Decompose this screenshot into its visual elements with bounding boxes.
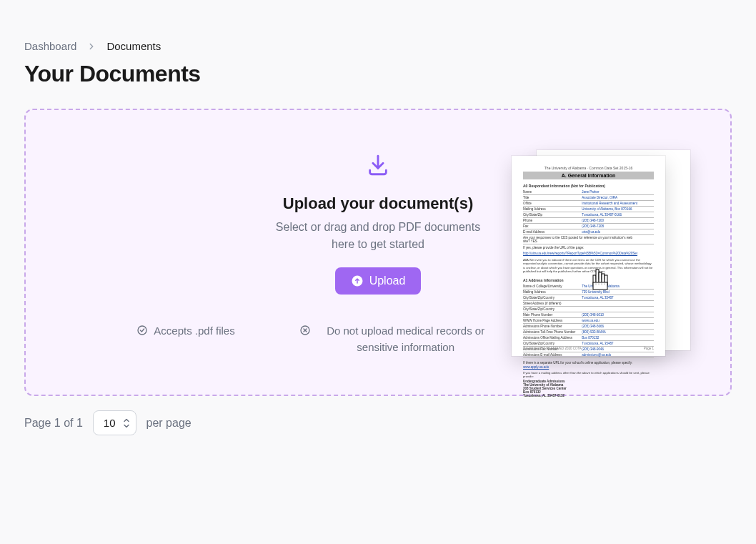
check-circle-icon xyxy=(136,325,148,341)
breadcrumb: Dashboard Documents xyxy=(24,40,732,52)
chevron-right-icon xyxy=(86,41,96,51)
upload-subtitle: Select or drag and drop PDF documents he… xyxy=(276,219,480,253)
upload-button[interactable]: Upload xyxy=(335,267,422,295)
doc-page-front: The University of Alabama · Common Data … xyxy=(512,156,665,356)
upload-circle-icon xyxy=(351,275,364,287)
pagination-text: Page 1 of 1 xyxy=(24,417,83,430)
upload-dropzone[interactable]: Upload your document(s) Select or drag a… xyxy=(24,109,732,396)
per-page-label: per page xyxy=(146,417,192,430)
page-title: Your Documents xyxy=(24,61,732,87)
per-page-select[interactable]: 10 xyxy=(93,410,136,435)
pagination: Page 1 of 1 10 per page xyxy=(24,410,732,435)
info-warning: Do not upload medical records or sensiti… xyxy=(299,323,495,355)
x-circle-icon xyxy=(299,325,311,341)
svg-point-1 xyxy=(138,326,146,335)
upload-button-label: Upload xyxy=(369,275,406,287)
select-arrows-icon xyxy=(123,418,130,427)
dragged-document-preview: The University of Alabama · Common Data … xyxy=(512,150,690,354)
breadcrumb-documents: Documents xyxy=(106,40,161,52)
upload-heading: Upload your document(s) xyxy=(283,194,473,213)
breadcrumb-dashboard-link[interactable]: Dashboard xyxy=(24,40,76,52)
info-accepts: Accepts .pdf files xyxy=(136,323,234,341)
download-icon xyxy=(366,153,390,180)
